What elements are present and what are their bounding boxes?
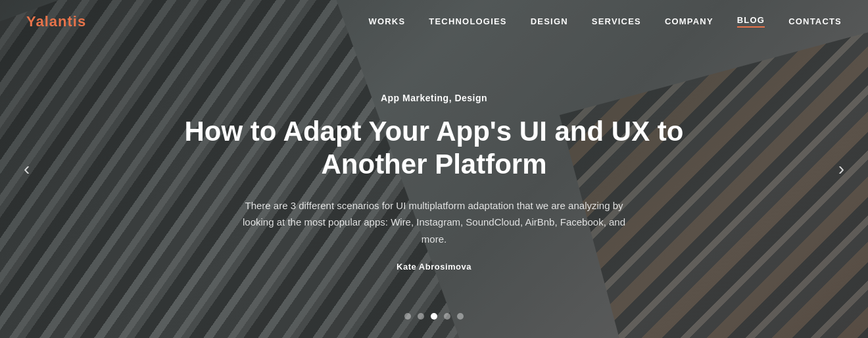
carousel-next-button[interactable]: › [828,152,855,186]
carousel-dot-3[interactable] [431,313,437,320]
carousel-dot-2[interactable] [418,313,424,320]
nav-works[interactable]: WORKS [368,16,405,26]
nav-company[interactable]: COMPANY [665,16,713,26]
logo[interactable]: Yalantis [26,13,86,30]
carousel-prev-button[interactable]: ‹ [13,152,40,186]
article-category: App Marketing, Design [184,93,684,103]
article-author: Kate Abrosimova [184,262,684,272]
header: Yalantis WORKS TECHNOLOGIES DESIGN SERVI… [0,0,868,43]
carousel-dot-1[interactable] [404,313,411,320]
nav-blog[interactable]: BLOG [737,15,765,28]
nav-contacts[interactable]: CONTACTS [788,16,842,26]
nav-services[interactable]: SERVICES [592,16,641,26]
carousel-dot-5[interactable] [457,313,464,320]
nav-technologies[interactable]: TECHNOLOGIES [429,16,506,26]
logo-text: Yalantis [26,13,86,30]
hero-section: Yalantis WORKS TECHNOLOGIES DESIGN SERVI… [0,0,868,338]
hero-content: App Marketing, Design How to Adapt Your … [184,93,684,272]
article-title: How to Adapt Your App's UI and UX to Ano… [184,115,684,181]
carousel-dots [404,313,464,320]
article-description: There are 3 different scenarios for UI m… [230,197,638,248]
carousel-dot-4[interactable] [444,313,450,320]
nav-design[interactable]: DESIGN [531,16,568,26]
main-nav: WORKS TECHNOLOGIES DESIGN SERVICES COMPA… [368,15,842,28]
